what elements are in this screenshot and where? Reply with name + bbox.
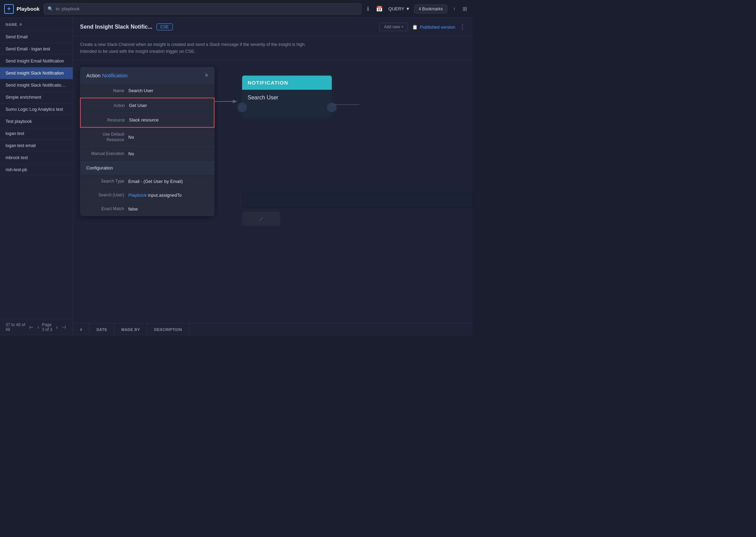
search-type-label: Search Type: [86, 179, 124, 184]
sidebar-item-simple-enrichment[interactable]: Simple enrichment: [0, 91, 73, 104]
node-header: NOTIFICATION: [242, 76, 332, 90]
cse-badge: CSE: [157, 23, 173, 30]
add-new-button[interactable]: Add new +: [379, 23, 408, 31]
sidebar-item-logan-test-email[interactable]: logan test email: [0, 140, 73, 152]
exact-match-field: Exact Match false: [80, 202, 215, 216]
search-user-path: input.assignedTo: [148, 193, 182, 198]
node-name: Search User: [248, 95, 326, 101]
use-default-field: Use Default Resource No: [80, 128, 215, 147]
description-line2: Intended to be used with the Insight cre…: [80, 48, 466, 55]
sidebar-header: NAME ∧: [0, 18, 73, 31]
sidebar: NAME ∧ Send Email Send Email - logan tes…: [0, 18, 73, 335]
expand-node[interactable]: ⤢: [242, 212, 280, 226]
sidebar-list: Send Email Send Email - logan test Send …: [0, 31, 73, 319]
configuration-section-header: Configuration: [80, 161, 215, 175]
name-label: Name: [86, 88, 124, 93]
right-connector-line: [332, 104, 359, 105]
logo-area: + Playbook: [4, 4, 40, 14]
search-user-prefix: Playbook: [128, 193, 147, 198]
manual-label: Manual Execution: [86, 151, 124, 157]
query-button[interactable]: QUERY ▼: [388, 6, 410, 11]
resource-value: Slack resource: [129, 117, 159, 123]
plus-icon: +: [4, 4, 14, 14]
sidebar-item-send-insight-email[interactable]: Send Insight Email Notification: [0, 55, 73, 67]
search-type-field: Search Type Email - (Get User by Email): [80, 175, 215, 188]
tab-description: DESCRIPTION: [147, 323, 189, 335]
pagination-count: 37 to 48 of 48: [6, 322, 26, 332]
calendar-icon[interactable]: 📅: [375, 4, 384, 13]
search-type-value: Email - (Get User by Email): [128, 179, 183, 184]
published-icon: 📋: [412, 25, 418, 30]
red-outline-section: Action Get User Resource Slack resource: [80, 98, 215, 128]
page-indicator: Page 3 of 3: [42, 322, 53, 332]
chevron-down-icon: ▼: [406, 6, 410, 11]
sidebar-footer: 37 to 48 of 48 ⊢ ‹ Page 3 of 3 › ⊣: [0, 319, 73, 335]
sidebar-item-rish-test-pb[interactable]: rish-test-pb: [0, 164, 73, 176]
search-bar[interactable]: 🔍 in: playbook: [44, 3, 361, 14]
search-user-field: Search (User) Playbook input.assignedTo: [80, 188, 215, 202]
use-default-label: Use Default Resource: [86, 132, 124, 143]
top-header: + Playbook 🔍 in: playbook ℹ 📅 QUERY ▼ 4 …: [0, 0, 472, 18]
sidebar-item-send-insight-slack-dup[interactable]: Send Insight Slack Notification - duplic…: [0, 79, 73, 91]
action-panel-title: Action Notification: [86, 72, 128, 78]
action-panel-header: Action Notification ×: [80, 67, 215, 84]
resource-label: Resource: [87, 118, 125, 123]
use-default-value: No: [128, 135, 134, 140]
search-user-label: Search (User): [86, 193, 124, 197]
prev-page-button[interactable]: ‹: [36, 324, 41, 331]
first-page-button[interactable]: ⊢: [28, 324, 35, 331]
bottom-tabs: # DATE MADE BY DESCRIPTION: [73, 323, 472, 335]
notification-node: NOTIFICATION Search User: [242, 76, 332, 117]
page-nav: ⊢ ‹ Page 3 of 3 › ⊣: [28, 322, 67, 332]
svg-marker-1: [233, 100, 237, 103]
sort-icon[interactable]: ∧: [19, 22, 22, 27]
action-panel-title-prefix: Action: [86, 72, 101, 78]
sidebar-item-sumo-logic[interactable]: Sumo Logic Log Analytics test: [0, 104, 73, 116]
bookmarks-button[interactable]: 4 Bookmarks: [414, 4, 447, 13]
sidebar-item-logan-test[interactable]: logan test: [0, 128, 73, 140]
compress-icon: ⤢: [259, 216, 263, 222]
export-icon[interactable]: ↑: [451, 4, 457, 13]
action-label: Action: [87, 103, 125, 108]
sidebar-item-send-email[interactable]: Send Email: [0, 31, 73, 43]
more-options-button[interactable]: ⋮: [459, 23, 466, 31]
panel-close-button[interactable]: ×: [205, 72, 208, 79]
settings-icon[interactable]: ⊞: [461, 4, 468, 13]
tab-hash: #: [73, 323, 90, 335]
exact-match-value: false: [128, 206, 138, 212]
sidebar-item-send-insight-slack[interactable]: Send Insight Slack Notification: [0, 67, 73, 79]
main-layout: NAME ∧ Send Email Send Email - logan tes…: [0, 18, 472, 335]
last-page-button[interactable]: ⊣: [60, 324, 67, 331]
name-value: Search User: [128, 88, 153, 93]
content-area: Send Insight Slack Notific... CSE Add ne…: [73, 18, 472, 335]
exact-match-label: Exact Match: [86, 206, 124, 211]
panel-name-field: Name Search User: [80, 84, 215, 98]
query-label: QUERY: [388, 6, 404, 11]
canvas-area: Action Notification × Name Search User A…: [73, 60, 472, 323]
arrow-connector: [214, 96, 241, 107]
action-panel-title-highlight: Notification: [102, 72, 128, 78]
next-page-button[interactable]: ›: [54, 324, 59, 331]
published-button[interactable]: 📋 Published version: [412, 25, 455, 30]
sidebar-item-mbrock-test[interactable]: mbrock test: [0, 152, 73, 164]
tab-made-by: MADE BY: [115, 323, 147, 335]
content-description: Create a new Slack Channel when an insig…: [73, 36, 472, 60]
content-header: Send Insight Slack Notific... CSE Add ne…: [73, 18, 472, 36]
resource-field: Resource Slack resource: [81, 113, 214, 127]
action-panel: Action Notification × Name Search User A…: [80, 67, 215, 216]
tab-date: DATE: [90, 323, 115, 335]
sidebar-item-send-email-logan[interactable]: Send Email - logan test: [0, 43, 73, 55]
manual-execution-field: Manual Execution No: [80, 147, 215, 161]
info-icon[interactable]: ℹ: [366, 4, 370, 13]
node-body: Search User: [242, 90, 332, 117]
app-title: Playbook: [17, 6, 40, 12]
action-value: Get User: [129, 103, 147, 108]
published-label: Published version: [420, 25, 455, 30]
search-input-text: in: playbook: [56, 6, 80, 11]
page-title: Send Insight Slack Notific...: [80, 24, 152, 30]
search-icon: 🔍: [48, 6, 53, 11]
sidebar-column-label: NAME: [6, 22, 17, 27]
manual-value: No: [128, 151, 134, 156]
action-field: Action Get User: [81, 98, 214, 113]
sidebar-item-test-playbook[interactable]: Test playbook: [0, 116, 73, 128]
